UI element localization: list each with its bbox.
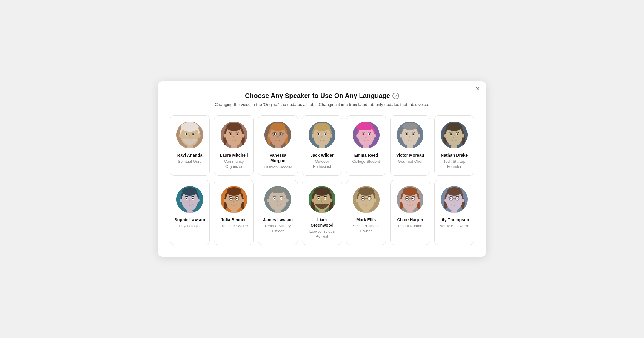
svg-point-106 [182,187,197,196]
svg-rect-163 [319,210,325,213]
speaker-name: Mark Ellis [356,217,376,222]
speaker-card-chloe-harper[interactable]: Chloe HarperDigital Nomad [390,180,430,245]
speaker-role: Psychologist [179,224,201,229]
svg-point-109 [186,198,187,199]
speaker-name: Julia Bennett [221,217,247,222]
svg-point-212 [451,198,452,199]
svg-point-174 [356,199,358,202]
svg-point-126 [231,198,231,199]
modal-title: Choose Any Speaker to Use On Any Languag… [170,92,474,100]
svg-point-7 [192,133,194,135]
svg-point-25 [224,134,226,138]
speaker-name: Chloe Harper [397,217,423,222]
svg-point-41 [285,134,288,138]
svg-point-73 [374,134,376,138]
svg-point-56 [319,134,319,134]
svg-point-51 [314,123,330,131]
svg-point-129 [241,199,244,202]
svg-point-172 [363,198,363,199]
help-icon[interactable]: ? [392,93,399,99]
svg-rect-27 [231,146,237,148]
svg-point-86 [418,134,420,138]
speaker-name: Ravi Ananda [177,153,202,158]
svg-point-58 [312,134,314,138]
modal-subtitle: Changing the voice in the 'Original' tab… [170,102,474,107]
speaker-role: Outdoor Enthusiast [306,159,338,169]
svg-point-70 [363,134,363,134]
svg-point-10 [179,134,181,138]
speaker-role: Fashion Blogger [264,165,292,170]
svg-point-214 [444,199,447,202]
svg-rect-135 [231,210,237,213]
svg-rect-47 [275,146,281,148]
svg-rect-201 [407,210,413,213]
svg-point-36 [274,133,276,135]
svg-point-213 [457,198,458,199]
svg-point-78 [402,123,418,130]
svg-point-125 [236,198,238,199]
svg-rect-221 [451,210,457,213]
svg-point-114 [197,199,200,202]
speaker-selection-modal: ✕ Choose Any Speaker to Use On Any Langu… [158,81,486,256]
svg-point-154 [314,187,330,196]
speaker-card-sophie-lawson[interactable]: Sophie LawsonPsychologist [170,180,210,245]
speaker-card-nathan-drake[interactable]: Nathan DrakeTech Startup Founder [434,115,474,175]
svg-point-111 [187,198,187,199]
speaker-name: Sophie Lawson [175,217,205,222]
speaker-name: Victor Moreau [396,153,424,158]
speaker-name: Lily Thompson [439,217,469,222]
svg-rect-102 [451,146,457,148]
speaker-card-ravi-ananda[interactable]: Ravi AnandaSpiritual Guru [170,115,210,175]
svg-point-33 [270,123,285,131]
speaker-card-jack-wilder[interactable]: Jack WilderOutdoor Enthusiast [302,115,342,175]
svg-point-160 [325,198,326,199]
svg-point-128 [224,199,227,202]
speaker-card-mark-ellis[interactable]: Mark EllisSmall Business Owner [346,180,386,245]
svg-point-124 [230,198,232,199]
close-button[interactable]: ✕ [475,86,480,92]
speaker-card-james-lawson[interactable]: James LawsonRetired Military Officer [258,180,298,245]
svg-rect-115 [187,210,193,213]
speaker-card-liam-greenwood[interactable]: Liam GreenwoodEco-conscious Activist [302,180,342,245]
svg-point-143 [281,198,282,199]
svg-point-18 [226,123,242,131]
speaker-card-laura-mitchell[interactable]: Laura MitchellCommunity Organizer [214,115,254,175]
svg-point-23 [231,134,231,134]
speaker-card-julia-bennett[interactable]: Julia BennettFreelance Writer [214,180,254,245]
svg-point-187 [403,187,417,196]
speaker-card-lily-thompson[interactable]: Lily ThompsonNerdy Bookworm [434,180,474,245]
svg-point-171 [369,198,370,199]
speaker-card-vanessa-morgan[interactable]: Vanessa MorganFashion Blogger [258,115,298,175]
svg-point-145 [281,198,282,199]
svg-point-100 [444,134,446,138]
speaker-card-emma-reed[interactable]: Emma ReedCollege Student [346,115,386,175]
svg-point-101 [462,134,464,138]
svg-rect-87 [407,146,413,148]
speaker-name: James Lawson [263,217,293,222]
svg-point-82 [413,133,414,135]
svg-point-159 [319,198,319,199]
svg-point-81 [406,133,408,135]
svg-point-26 [242,134,244,138]
speaker-role: Tech Startup Founder [438,159,470,169]
svg-point-99 [457,134,458,134]
svg-rect-60 [319,146,325,148]
svg-point-142 [274,198,275,199]
svg-rect-181 [363,210,369,213]
speaker-role: Spiritual Guru [178,159,201,164]
svg-point-9 [193,134,194,134]
speaker-role: Freelance Writer [220,224,248,229]
svg-point-193 [413,198,414,199]
speaker-role: Small Business Owner [350,224,382,234]
svg-point-139 [270,187,285,193]
svg-point-69 [368,133,370,135]
speaker-card-victor-moreau[interactable]: Victor MoreauGourmet Chef [390,115,430,175]
speaker-role: Eco-conscious Activist [306,229,338,239]
svg-point-167 [358,187,374,196]
speaker-role: Community Organizer [218,159,250,169]
speaker-role: Nerdy Bookworm [439,224,469,229]
svg-point-97 [457,133,458,135]
svg-point-22 [236,133,238,135]
svg-point-96 [450,133,452,135]
svg-point-158 [325,198,326,199]
